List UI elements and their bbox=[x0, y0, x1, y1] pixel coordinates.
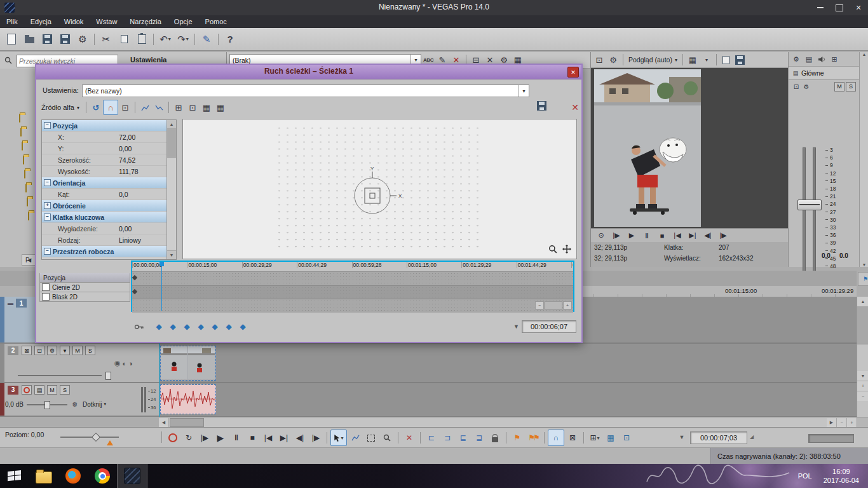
taskbar-clock[interactable]: 16:09 2017-06-04 bbox=[824, 467, 859, 485]
folder-icon[interactable] bbox=[27, 198, 28, 207]
keyframe-timeline[interactable]: 00:00:00;0000:00:15;0000:00:29;2900:00:4… bbox=[131, 261, 574, 312]
property-row[interactable]: + Obrócenie bbox=[42, 200, 166, 212]
preview-external-monitor-icon[interactable]: ⚙ bbox=[606, 53, 620, 67]
scroll-right-icon[interactable]: ▶ bbox=[827, 418, 837, 427]
track-level-slider[interactable] bbox=[18, 372, 102, 379]
save-preset-button[interactable] bbox=[534, 98, 548, 112]
keyframe-row-label[interactable]: Blask 2D bbox=[39, 292, 130, 302]
scroll-left-icon[interactable]: ◀ bbox=[159, 418, 169, 427]
keyboard-language-indicator[interactable]: POL bbox=[798, 472, 812, 480]
keyframe-row-position[interactable] bbox=[132, 272, 573, 286]
folder-icon[interactable] bbox=[23, 156, 24, 165]
folder-icon[interactable] bbox=[28, 212, 29, 220]
record-button[interactable] bbox=[165, 430, 180, 445]
property-row[interactable]: − Orientacja bbox=[42, 177, 166, 189]
preview-next-frame-button[interactable]: |▶ bbox=[715, 229, 731, 241]
envelope-edit-tool-button[interactable] bbox=[348, 430, 363, 445]
preview-go-to-end-button[interactable]: ▶| bbox=[685, 229, 700, 241]
zoom-tool-icon[interactable] bbox=[548, 245, 557, 255]
go-to-start-button[interactable]: |◀ bbox=[261, 430, 276, 445]
parent-composite-icon[interactable]: ◐ bbox=[123, 360, 127, 367]
property-value[interactable]: 0,0 bbox=[119, 191, 166, 198]
auto-ripple-mode-button[interactable]: ⊞▾ bbox=[587, 430, 602, 445]
copy-button[interactable] bbox=[116, 31, 132, 48]
property-value[interactable]: 111,78 bbox=[119, 168, 166, 175]
preview-quality-dropdown[interactable]: Podgląd (auto) ▾ bbox=[626, 54, 680, 66]
keyframe-row-label[interactable]: Cienie 2D bbox=[39, 283, 130, 292]
audio-output-meter[interactable] bbox=[808, 434, 854, 443]
master-mute-button[interactable]: M bbox=[834, 82, 844, 92]
motion-canvas[interactable]: Y X bbox=[182, 119, 577, 259]
project-properties-button[interactable]: ⚙ bbox=[74, 31, 91, 48]
keyframe-ruler[interactable]: 00:00:00;0000:00:15;0000:00:29;2900:00:4… bbox=[132, 262, 573, 272]
marker-tool-button[interactable]: ⚑ bbox=[858, 272, 868, 286]
undo-dropdown-icon[interactable]: ▾ bbox=[168, 36, 171, 42]
expand-toggle-icon[interactable]: − bbox=[44, 248, 51, 255]
redo-dropdown-icon[interactable]: ▾ bbox=[186, 36, 189, 42]
zoom-out-track-height-icon[interactable]: − bbox=[857, 391, 868, 401]
panel-tab-label[interactable]: Pr bbox=[25, 257, 32, 264]
menu-item[interactable]: Edycja bbox=[24, 18, 58, 25]
row-checkbox[interactable] bbox=[42, 293, 50, 301]
track-volume-slider[interactable] bbox=[27, 401, 67, 408]
mixer-properties-icon[interactable]: ⚙ bbox=[790, 53, 803, 65]
automation-gear-icon[interactable]: ⚙ bbox=[71, 400, 79, 409]
close-button[interactable]: ✕ bbox=[849, 0, 868, 15]
whats-this-help-button[interactable]: ? bbox=[222, 31, 238, 48]
keyframe-marker[interactable] bbox=[132, 275, 137, 280]
taskbar-chrome[interactable] bbox=[88, 464, 117, 488]
expand-toggle-icon[interactable]: + bbox=[44, 202, 51, 209]
window-scrollbar[interactable]: ▲ ▼ bbox=[859, 52, 868, 267]
property-row[interactable]: Szerokość: 74,52 bbox=[42, 154, 166, 166]
track-number[interactable]: 3 bbox=[8, 386, 18, 395]
folder-icon[interactable] bbox=[19, 114, 20, 123]
last-keyframe-button[interactable]: ◆ bbox=[208, 322, 222, 331]
expand-toggle-icon[interactable]: − bbox=[44, 214, 51, 220]
maximize-button[interactable] bbox=[830, 0, 849, 15]
menu-item[interactable]: Pomoc bbox=[199, 18, 233, 25]
slider-thumb[interactable] bbox=[44, 401, 50, 409]
timeline-horizontal-scrollbar[interactable]: ◀ ▶ − + bbox=[159, 417, 857, 428]
compositing-mode-icon[interactable]: ◉ bbox=[114, 359, 121, 367]
preview-play-from-start-button[interactable]: |▶ bbox=[609, 229, 624, 241]
property-value[interactable]: 0,00 bbox=[119, 225, 166, 233]
keyframe-cursor-handle[interactable] bbox=[159, 262, 164, 266]
preview-play-button[interactable]: ▶ bbox=[624, 229, 639, 241]
solo-button[interactable]: S bbox=[85, 346, 95, 355]
split-events-button[interactable]: ✕ bbox=[402, 430, 417, 445]
undo-button[interactable]: ↶▾ bbox=[157, 31, 173, 48]
speaker-icon[interactable] bbox=[815, 53, 828, 65]
scroll-down-icon[interactable]: ▼ bbox=[857, 371, 868, 381]
property-value[interactable]: 0,00 bbox=[119, 145, 166, 152]
master-bus-tab[interactable]: ▤ Główne bbox=[789, 67, 860, 80]
previous-frame-button[interactable]: ◀| bbox=[292, 430, 308, 445]
interactive-tutorials-button[interactable]: ✎ bbox=[198, 31, 215, 48]
property-value[interactable]: 74,52 bbox=[119, 156, 166, 164]
pause-button[interactable]: ‖ bbox=[229, 430, 244, 445]
property-row[interactable]: Y: 0,00 bbox=[42, 143, 166, 154]
play-from-start-button[interactable]: |▶ bbox=[197, 430, 212, 445]
enable-snapping-button[interactable]: ∩ bbox=[548, 430, 564, 446]
scroll-down-icon[interactable]: ▼ bbox=[862, 262, 867, 267]
open-button[interactable] bbox=[21, 31, 37, 48]
master-solo-button[interactable]: S bbox=[846, 82, 856, 92]
slider-thumb[interactable] bbox=[105, 372, 111, 380]
scroll-up-icon[interactable]: ▲ bbox=[857, 297, 868, 307]
track-number[interactable]: 2 bbox=[8, 346, 18, 355]
audio-event[interactable] bbox=[160, 384, 216, 414]
preview-pause-button[interactable]: ‖ bbox=[639, 229, 654, 241]
bypass-motion-blur-button[interactable]: ⊠ bbox=[22, 346, 32, 355]
track-volume-value[interactable]: 0,0 dB bbox=[5, 401, 24, 408]
selection-edit-tool-button[interactable] bbox=[363, 430, 379, 445]
scrollbar-thumb[interactable] bbox=[857, 307, 868, 344]
property-grid-scrollbar[interactable]: ▲ ▼ bbox=[166, 120, 176, 259]
go-to-end-button[interactable]: ▶| bbox=[276, 430, 292, 445]
taskbar-vegas-pro[interactable] bbox=[117, 464, 147, 488]
property-row[interactable]: Rodzaj: Liniowy bbox=[42, 234, 166, 246]
zoom-edit-tool-button[interactable] bbox=[379, 430, 395, 445]
enable-snapping-icon[interactable]: ∩ bbox=[103, 100, 118, 115]
expand-toggle-icon[interactable]: − bbox=[44, 179, 51, 186]
video-preview-display[interactable] bbox=[591, 68, 789, 228]
dialog-close-button[interactable]: ✕ bbox=[567, 67, 579, 78]
zoom-in-track-height-icon[interactable]: + bbox=[857, 381, 868, 391]
